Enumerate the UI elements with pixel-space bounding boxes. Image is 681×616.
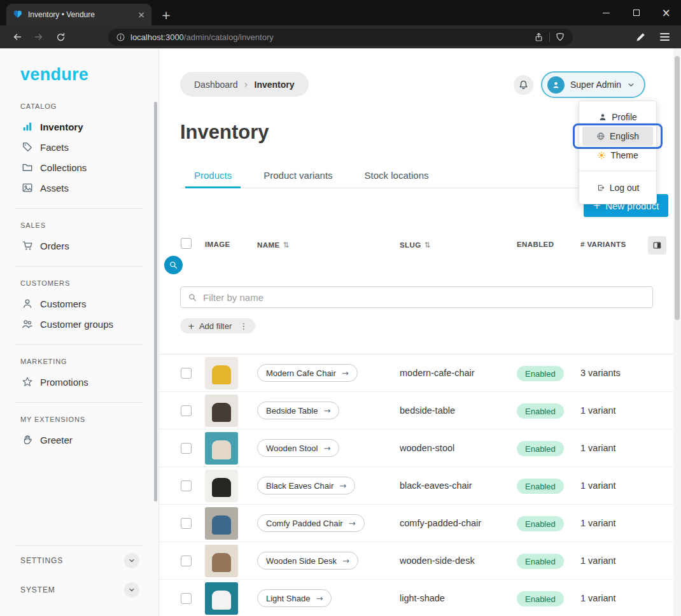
sidebar-item-inventory[interactable]: Inventory xyxy=(0,116,158,137)
product-name-link[interactable]: Modern Cafe Chair→ xyxy=(257,364,358,382)
bell-icon xyxy=(518,80,529,90)
product-name-link[interactable]: Wooden Side Desk→ xyxy=(257,552,358,570)
column-settings-button[interactable] xyxy=(648,236,666,255)
sidebar-item-greeter[interactable]: Greeter xyxy=(0,430,158,450)
product-name: Black Eaves Chair xyxy=(266,481,333,491)
row-checkbox[interactable] xyxy=(181,518,192,529)
breadcrumb[interactable]: Dashboard › Inventory xyxy=(180,72,309,97)
user-menu-button[interactable]: Super Admin xyxy=(541,71,645,98)
browser-tab[interactable]: Inventory • Vendure × xyxy=(6,4,151,25)
page-scrollbar-thumb[interactable] xyxy=(675,56,680,320)
menu-icon[interactable] xyxy=(660,33,670,41)
search-toggle-button[interactable] xyxy=(164,256,183,274)
tab-close-icon[interactable]: × xyxy=(137,10,145,19)
tab-product-variants[interactable]: Product variants xyxy=(249,163,346,188)
table-row: Wooden Side Desk→ wooden-side-desk Enabl… xyxy=(159,542,673,580)
column-header-name[interactable]: NAME⇅ xyxy=(257,241,290,249)
product-name-link[interactable]: Bedside Table→ xyxy=(257,402,339,419)
forward-button[interactable] xyxy=(31,29,47,45)
table-row: Bedside Table→ bedside-table Enabled 1 v… xyxy=(159,392,673,430)
avatar xyxy=(547,76,565,94)
notifications-button[interactable] xyxy=(514,75,533,95)
product-thumbnail xyxy=(205,357,238,389)
sidebar-item-assets[interactable]: Assets xyxy=(0,178,158,198)
select-all-checkbox[interactable] xyxy=(181,238,192,249)
sidebar-item-collections[interactable]: Collections xyxy=(0,157,158,178)
maximize-button[interactable] xyxy=(621,0,651,25)
column-header-slug[interactable]: SLUG⇅ xyxy=(400,241,431,249)
status-badge: Enabled xyxy=(517,479,564,494)
row-checkbox[interactable] xyxy=(181,480,192,491)
breadcrumb-current: Inventory xyxy=(255,80,295,90)
plus-icon: + xyxy=(188,321,195,331)
sidebar-group-system[interactable]: SYSTEM xyxy=(0,575,158,605)
variant-count: 1 variant xyxy=(580,443,616,453)
sidebar-item-customer-groups[interactable]: Customer groups xyxy=(0,314,158,334)
back-button[interactable] xyxy=(9,29,25,45)
shield-icon[interactable] xyxy=(555,32,565,43)
new-tab-button[interactable]: + xyxy=(157,5,176,24)
image-icon xyxy=(22,182,33,193)
menu-item-language[interactable]: English xyxy=(582,127,653,146)
reload-button[interactable] xyxy=(52,29,69,45)
site-info-icon[interactable] xyxy=(116,32,125,42)
tab-label: Products xyxy=(194,170,232,181)
product-name-link[interactable]: Black Eaves Chair→ xyxy=(257,477,355,494)
sidebar-group-label: SYSTEM xyxy=(20,585,55,594)
sidebar: vendure CATALOG Inventory Facets Collect… xyxy=(0,48,159,616)
kebab-menu-icon[interactable]: ⋮ xyxy=(236,321,248,331)
product-name-link[interactable]: Comfy Padded Chair→ xyxy=(257,514,365,532)
menu-item-label: Theme xyxy=(610,150,638,160)
arrow-right-icon: → xyxy=(342,368,349,378)
pencil-icon[interactable] xyxy=(635,31,647,43)
sidebar-spacer xyxy=(0,450,158,535)
sidebar-item-label: Customers xyxy=(40,298,87,309)
close-button[interactable]: × xyxy=(651,0,681,25)
menu-item-theme[interactable]: Theme xyxy=(582,146,653,165)
share-icon[interactable] xyxy=(533,32,544,43)
row-checkbox[interactable] xyxy=(181,443,192,454)
sidebar-item-facets[interactable]: Facets xyxy=(0,137,158,157)
tab-products[interactable]: Products xyxy=(180,163,246,188)
sun-icon xyxy=(597,151,606,160)
sidebar-item-label: Facets xyxy=(40,142,69,153)
menu-item-logout[interactable]: Log out xyxy=(582,177,653,199)
star-icon xyxy=(22,376,33,388)
row-checkbox[interactable] xyxy=(181,556,192,566)
browser-window: Inventory • Vendure × + × localhost:3000… xyxy=(0,0,681,616)
row-checkbox[interactable] xyxy=(181,405,192,416)
product-name-link[interactable]: Wooden Stool→ xyxy=(257,439,339,457)
table-row: Modern Cafe Chair→ modern-cafe-chair Ena… xyxy=(159,354,673,392)
row-checkbox[interactable] xyxy=(181,368,192,379)
page-scrollbar[interactable] xyxy=(673,48,681,616)
thumbnail-shape xyxy=(212,591,231,610)
thumbnail-shape xyxy=(212,515,231,535)
chevron-down-icon[interactable] xyxy=(124,582,139,598)
table-header: IMAGE NAME⇅ SLUG⇅ ENABLED # VARIANTS xyxy=(159,232,673,258)
address-bar[interactable]: localhost:3000/admin/catalog/inventory xyxy=(108,29,573,46)
filter-by-name-input[interactable] xyxy=(203,292,645,303)
forward-icon xyxy=(33,31,45,43)
hand-icon xyxy=(22,434,33,445)
product-name-link[interactable]: Light Shade→ xyxy=(257,589,332,607)
row-checkbox[interactable] xyxy=(181,593,192,604)
arrow-right-icon: → xyxy=(342,556,349,566)
chevron-down-icon[interactable] xyxy=(124,553,139,568)
column-header-variants: # VARIANTS xyxy=(580,241,626,248)
sidebar-item-orders[interactable]: Orders xyxy=(0,235,158,256)
tab-stock-locations[interactable]: Stock locations xyxy=(351,163,443,188)
sort-icon[interactable]: ⇅ xyxy=(283,241,289,249)
page-title: Inventory xyxy=(180,121,269,144)
sidebar-item-promotions[interactable]: Promotions xyxy=(0,372,158,392)
sidebar-group-settings[interactable]: SETTINGS xyxy=(0,546,158,575)
sort-icon[interactable]: ⇅ xyxy=(425,241,431,249)
sidebar-item-customers[interactable]: Customers xyxy=(0,293,158,314)
minimize-button[interactable] xyxy=(591,0,621,25)
sidebar-item-label: Greeter xyxy=(40,435,73,445)
sidebar-divider xyxy=(15,266,143,267)
product-slug: modern-cafe-chair xyxy=(400,368,475,378)
menu-item-profile[interactable]: Profile xyxy=(582,108,653,127)
add-filter-button[interactable]: + Add filter ⋮ xyxy=(180,318,255,333)
sidebar-scrollbar[interactable] xyxy=(154,102,157,501)
breadcrumb-root[interactable]: Dashboard xyxy=(194,80,238,90)
